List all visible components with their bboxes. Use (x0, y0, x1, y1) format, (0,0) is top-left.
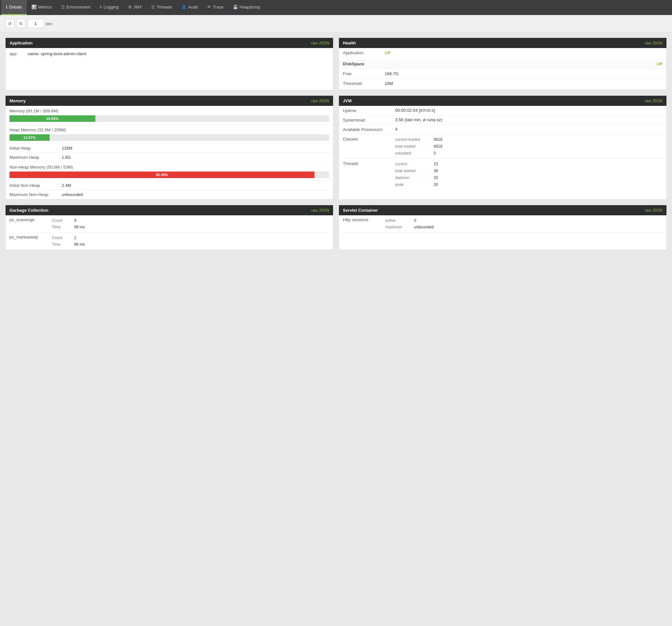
processors-label: Available Processors (343, 127, 395, 132)
threads-daemon-value: 20 (434, 176, 438, 180)
navbar: ℹ Details 📊 Metrics ☰ Environment ≡ Logg… (0, 0, 672, 15)
tab-threads[interactable]: ☰ Threads (147, 0, 177, 15)
refresh-icon: ↺ (8, 21, 12, 26)
threads-total-label: total started (395, 168, 431, 173)
jvm-card-header: JVM raw JSON (339, 96, 667, 106)
http-active-value: 0 (414, 218, 416, 223)
memory-progress-section: Memory (83.1M / 309.6M) 26.85% (5, 106, 333, 125)
http-sessions-row: Http sessions active 0 maximum unbounded (339, 215, 667, 233)
http-sessions-sub: active 0 maximum unbounded (385, 217, 434, 230)
environment-icon: ☰ (61, 5, 65, 9)
initial-nonheap-value: 2.4M (62, 183, 71, 188)
gc-ps-scavenge-details: Count 9 Time 99 ms (52, 217, 85, 230)
tab-jmx[interactable]: ⚙ JMX (123, 0, 147, 15)
gc-ps-marksweep-time-label: Time (52, 242, 72, 247)
initial-nonheap-row: Initial Non-Heap 2.4M (5, 181, 333, 190)
gc-ps-scavenge-count-label: Count (52, 218, 72, 223)
diskspace-free-row: Free 166.7G (339, 69, 667, 79)
trace-icon: 👁 (207, 5, 211, 9)
jvm-card: JVM raw JSON Uptime 00:00:02:54 [d:h:m:s… (339, 95, 667, 200)
max-heap-label: Maximum Heap (9, 155, 62, 160)
gc-raw-json[interactable]: raw JSON (311, 208, 329, 213)
initial-nonheap-label: Initial Non-Heap (9, 183, 62, 188)
threads-peak-value: 26 (434, 182, 438, 187)
threads-current-label: current (395, 162, 431, 166)
uptime-label: Uptime (343, 108, 395, 113)
processors-value: 4 (395, 127, 398, 132)
tab-environment[interactable]: ☰ Environment (56, 0, 95, 15)
health-card-header: Health raw JSON (339, 38, 667, 48)
servlet-card-body: Http sessions active 0 maximum unbounded (339, 215, 667, 233)
threads-total-row: total started 39 (395, 168, 438, 175)
initial-heap-value: 128M (62, 146, 72, 150)
jvm-raw-json[interactable]: raw JSON (645, 99, 663, 103)
gc-item-1: ps_marksweep Count 2 Time 98 ms (5, 233, 333, 250)
gc-ps-marksweep-details: Count 2 Time 98 ms (52, 235, 85, 248)
max-heap-row: Maximum Heap 1.8G (5, 153, 333, 162)
health-card: Health raw JSON Application UP DiskSpace… (339, 38, 667, 90)
http-maximum-row: maximum unbounded (385, 224, 434, 230)
classes-total-label: total loaded (395, 144, 431, 149)
tab-trace[interactable]: 👁 Trace (202, 0, 228, 15)
servlet-card: Servlet Container raw JSON Http sessions… (339, 205, 667, 250)
application-card-body: app name: spring-boot-admin-client (5, 48, 333, 60)
health-title: Health (343, 41, 356, 45)
gc-ps-marksweep-row: ps_marksweep Count 2 Time 98 ms (5, 233, 333, 250)
refresh-button[interactable]: ↺ (5, 19, 15, 28)
memory-progress-fill: 26.85% (9, 115, 95, 122)
http-active-label: active (385, 218, 411, 223)
heap-progress-bar: 12.57% (9, 134, 329, 141)
http-sessions-label: Http sessions (343, 217, 385, 230)
application-card: Application raw JSON app name: spring-bo… (5, 38, 333, 90)
application-raw-json[interactable]: raw JSON (311, 41, 329, 45)
health-application-status: UP (385, 50, 390, 55)
tab-details[interactable]: ℹ Details (1, 0, 27, 15)
application-card-header: Application raw JSON (5, 38, 333, 48)
gc-ps-marksweep-count-row: Count 2 (52, 235, 85, 241)
uptime-row: Uptime 00:00:02:54 [d:h:m:s] (339, 106, 667, 115)
classes-current-label: current loaded (395, 137, 431, 142)
interval-unit: sec (46, 21, 52, 26)
tab-audit[interactable]: 👤 Audit (177, 0, 202, 15)
diskspace-section: DiskSpace UP Free 166.7G Threshold 10M (339, 58, 667, 90)
gc-ps-scavenge-row: ps_scavenge Count 9 Time 99 ms (5, 215, 333, 232)
threads-total-value: 39 (434, 168, 438, 173)
diskspace-threshold-row: Threshold 10M (339, 79, 667, 88)
toolbar: ↺ ↻ sec (0, 15, 672, 32)
gc-ps-scavenge-count-value: 9 (74, 218, 76, 223)
systemload-value: 3.58 (last min. ø runq-sz) (395, 117, 442, 122)
threads-daemon-row: daemon 20 (395, 175, 438, 181)
gc-item-0: ps_scavenge Count 9 Time 99 ms (5, 215, 333, 233)
servlet-raw-json[interactable]: raw JSON (645, 208, 663, 213)
diskspace-threshold-label: Threshold (343, 81, 382, 86)
health-raw-json[interactable]: raw JSON (645, 41, 663, 45)
diskspace-threshold-value: 10M (385, 81, 393, 86)
memory-raw-json[interactable]: raw JSON (311, 99, 329, 103)
classes-unloaded-label: unloaded (395, 151, 431, 156)
gc-card-body: ps_scavenge Count 9 Time 99 ms (5, 215, 333, 250)
classes-unloaded-row: unloaded 0 (395, 150, 442, 157)
threads-row: Threads current 23 total started 39 daem… (339, 159, 667, 190)
diskspace-header: DiskSpace UP (339, 59, 667, 69)
memory-card-body: Memory (83.1M / 309.6M) 26.85% Heap Memo… (5, 106, 333, 199)
tab-metrics[interactable]: 📊 Metrics (27, 0, 56, 15)
diskspace-label: DiskSpace (343, 62, 364, 66)
interval-input[interactable] (27, 19, 44, 28)
health-card-body: Application UP DiskSpace UP Free 166.7G … (339, 48, 667, 90)
gc-ps-marksweep-time-value: 98 ms (74, 242, 85, 247)
systemload-row: Systemload 3.58 (last min. ø runq-sz) (339, 115, 667, 125)
classes-row: Classes current loaded 6618 total loaded… (339, 134, 667, 159)
app-value: name: spring-boot-admin-client (28, 51, 86, 56)
max-nonheap-row: Maximum Non-Heap unbounded (5, 190, 333, 199)
classes-total-value: 6618 (434, 144, 442, 149)
tab-logging[interactable]: ≡ Logging (95, 0, 123, 15)
systemload-label: Systemload (343, 117, 395, 122)
diskspace-free-value: 166.7G (385, 71, 399, 76)
tab-heapdump[interactable]: 💾 Heapdump (228, 0, 265, 15)
diskspace-free-label: Free (343, 71, 382, 76)
jmx-icon: ⚙ (128, 5, 132, 9)
gc-card-header: Garbage Collection raw JSON (5, 205, 333, 215)
max-nonheap-label: Maximum Non-Heap (9, 192, 62, 197)
auto-refresh-button[interactable]: ↻ (16, 19, 25, 28)
gc-ps-scavenge-time-value: 99 ms (74, 225, 85, 229)
